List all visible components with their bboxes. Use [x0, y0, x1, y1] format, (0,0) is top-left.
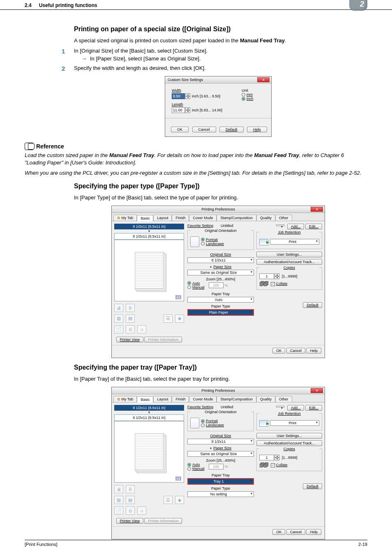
preview-icon[interactable]: ◈ [175, 314, 184, 323]
origsize-dropdown[interactable]: 8 1/2x11 [187, 257, 254, 263]
radio-landscape[interactable] [201, 242, 205, 245]
ok-button[interactable]: OK [272, 348, 285, 354]
close-icon[interactable]: ✕ [311, 388, 323, 393]
preview-icon[interactable]: 🖨 [114, 485, 123, 493]
preview-icon[interactable]: ▥ [114, 496, 123, 504]
tab-quality[interactable]: Quality [256, 396, 275, 402]
preview-icon[interactable]: ⎘ [126, 304, 135, 312]
printer-view-button[interactable]: Printer View [116, 337, 143, 342]
radio-landscape[interactable] [201, 423, 205, 427]
job-dropdown[interactable]: Print [270, 239, 319, 245]
tab-stamp[interactable]: Stamp/Composition [217, 396, 256, 402]
footer-page: 2-19 [358, 542, 367, 547]
help-button[interactable]: Help [306, 348, 321, 354]
radio-portrait[interactable] [201, 419, 205, 423]
papersize-dropdown[interactable]: Same as Original Size [187, 270, 254, 275]
favorite-dropdown[interactable] [276, 406, 284, 407]
preview-icon[interactable]: ▤ [126, 314, 135, 323]
preview-icon[interactable]: 📄 [114, 506, 123, 515]
add-button[interactable]: Add... [287, 224, 304, 229]
tab-quality[interactable]: Quality [256, 215, 275, 221]
help-button[interactable]: Help [247, 127, 267, 132]
radio-zoom-manual[interactable] [187, 467, 191, 471]
preview-icon[interactable]: 🖨 [114, 304, 123, 312]
help-button[interactable]: Help [306, 529, 321, 535]
preview-icon[interactable]: ☰ [164, 496, 173, 504]
ok-button[interactable]: OK [171, 127, 189, 132]
spin-down[interactable]: ▾ [185, 110, 190, 113]
radio-zoom-auto[interactable] [187, 463, 191, 467]
size-option[interactable]: 8 1/2x11 (8.5x11 in) [114, 233, 184, 240]
close-icon[interactable]: ✕ [257, 77, 270, 82]
edit-button[interactable]: Edit... [305, 224, 322, 229]
job-dropdown[interactable]: Print [270, 420, 319, 426]
length-input[interactable] [172, 107, 185, 113]
tab-other[interactable]: Other [275, 215, 292, 221]
tab-cover[interactable]: Cover Mode [189, 215, 217, 221]
papersize-dropdown[interactable]: Same as Original Size [187, 451, 254, 457]
zoom-input[interactable]: 100 [209, 282, 224, 288]
copies-input[interactable]: 1 [259, 455, 274, 460]
tab-cover[interactable]: Cover Mode [189, 396, 217, 402]
user-settings-button[interactable]: User Settings... [256, 252, 322, 257]
preview-icon[interactable]: ▥ [114, 314, 123, 323]
radio-portrait[interactable] [201, 238, 205, 241]
preview-icon[interactable]: ☼ [137, 506, 146, 515]
default-button[interactable]: Default [219, 127, 244, 132]
preview-icon[interactable]: ⎙ [126, 325, 135, 333]
size-option[interactable]: 8 1/2x11 (8.5x11 in) [114, 414, 184, 421]
origsize-dropdown[interactable]: 8 1/2x11 [187, 439, 254, 444]
printing-preferences-dialog-2: Printing Preferences ✕ ✿ My Tab Basic La… [111, 387, 325, 539]
papertray-dropdown[interactable]: Tray 1 [187, 478, 254, 485]
size-selected[interactable]: 8 1/2x11 (8.5x11 in) [114, 224, 184, 229]
width-input[interactable] [172, 93, 185, 99]
preview-icon[interactable]: ⎘ [126, 485, 135, 493]
preview-icon[interactable]: 📄 [114, 325, 123, 333]
dialog-title: Printing Preferences [201, 207, 235, 211]
default-button[interactable]: Default [303, 483, 322, 489]
papertype-dropdown[interactable]: Plain Paper [187, 309, 254, 316]
cancel-button[interactable]: Cancel [192, 127, 216, 132]
auth-button[interactable]: Authentication/Account Track... [256, 440, 322, 446]
tab-basic[interactable]: Basic [137, 396, 153, 402]
ok-button[interactable]: OK [272, 529, 285, 535]
edit-button[interactable]: Edit... [305, 405, 322, 411]
tab-mytab[interactable]: ✿ My Tab [113, 396, 137, 402]
tab-finish[interactable]: Finish [172, 215, 189, 221]
preview-icon[interactable]: ◈ [175, 496, 184, 504]
preview-icon[interactable]: ▤ [126, 496, 135, 504]
spin-up[interactable]: ▴ [185, 107, 190, 110]
tab-basic[interactable]: Basic [137, 215, 153, 221]
tab-layout[interactable]: Layout [153, 215, 172, 221]
preview-icon[interactable]: ☰ [164, 314, 173, 323]
radio-zoom-auto[interactable] [187, 281, 191, 285]
copies-input[interactable]: 1 [259, 273, 274, 279]
cancel-button[interactable]: Cancel [286, 529, 305, 535]
auth-button[interactable]: Authentication/Account Track... [256, 259, 322, 265]
tab-layout[interactable]: Layout [153, 396, 172, 402]
tab-other[interactable]: Other [275, 396, 292, 402]
tab-finish[interactable]: Finish [172, 396, 189, 402]
radio-inch[interactable] [242, 97, 245, 101]
papertype-dropdown[interactable]: No setting [187, 491, 254, 497]
favorite-dropdown[interactable] [276, 224, 284, 226]
preview-icon[interactable]: ⎙ [126, 506, 135, 515]
spin-down[interactable]: ▾ [185, 96, 190, 99]
tab-mytab[interactable]: ✿ My Tab [113, 215, 137, 221]
collate-checkbox[interactable]: ✓ [271, 463, 275, 467]
papertray-dropdown[interactable]: Auto [187, 297, 254, 303]
user-settings-button[interactable]: User Settings... [256, 433, 322, 439]
add-button[interactable]: Add... [287, 405, 304, 411]
spin-up[interactable]: ▴ [185, 93, 190, 96]
close-icon[interactable]: ✕ [311, 207, 323, 212]
printer-view-button[interactable]: Printer View [116, 518, 143, 524]
default-button[interactable]: Default [303, 302, 322, 308]
collate-checkbox[interactable]: ✓ [271, 282, 275, 286]
cancel-button[interactable]: Cancel [286, 348, 305, 354]
radio-mm[interactable] [242, 93, 245, 97]
tab-stamp[interactable]: Stamp/Composition [217, 215, 256, 221]
size-selected[interactable]: 8 1/2x11 (8.5x11 in) [114, 405, 184, 411]
zoom-input[interactable]: 100 [209, 464, 224, 469]
preview-icon[interactable]: ☼ [137, 325, 146, 333]
radio-zoom-manual[interactable] [187, 285, 191, 289]
